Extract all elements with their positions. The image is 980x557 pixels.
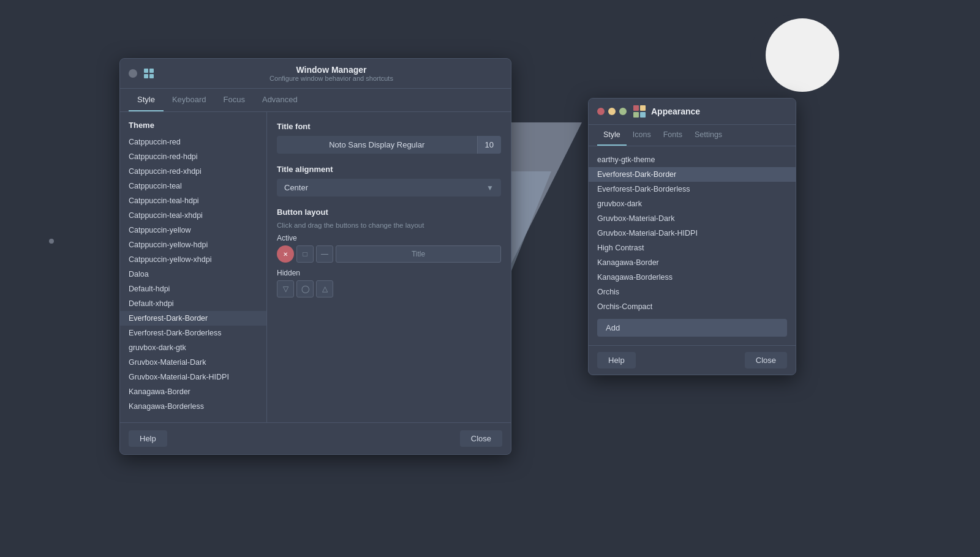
app-add-button[interactable]: Add <box>597 319 787 337</box>
traffic-yellow-button[interactable] <box>608 108 616 115</box>
list-item[interactable]: Everforest-Dark-Borderless <box>120 326 266 340</box>
svg-rect-6 <box>633 112 639 118</box>
button-layout-section: Button layout Click and drag the buttons… <box>277 207 501 297</box>
list-item-selected[interactable]: Everforest-Dark-Border <box>120 311 266 326</box>
up-icon: △ <box>322 285 328 293</box>
moon-decoration <box>766 18 839 92</box>
theme-panel: Theme Catppuccin-red Catppuccin-red-hdpi… <box>120 112 267 422</box>
maximize-button-active[interactable]: □ <box>296 245 314 263</box>
traffic-red-button[interactable] <box>597 108 605 115</box>
list-item[interactable]: Catppuccin-teal-xhdpi <box>120 208 266 223</box>
svg-rect-1 <box>149 69 154 73</box>
app-footer: Help Close <box>589 345 796 375</box>
settings-panel: Title font Noto Sans Display Regular 10 … <box>267 112 511 422</box>
title-font-label: Title font <box>277 122 501 131</box>
tab-style[interactable]: Style <box>129 89 164 111</box>
list-item[interactable]: Kanagawa-Borderless <box>120 399 266 414</box>
wm-subtitle: Configure window behavior and shortcuts <box>160 75 502 82</box>
button-layout-label: Button layout <box>277 207 501 217</box>
list-item[interactable]: Catppuccin-red-xhdpi <box>120 164 266 179</box>
list-item[interactable]: Catppuccin-yellow-xhdpi <box>120 252 266 267</box>
app-titlebar: Appearance <box>589 99 796 125</box>
list-item[interactable]: Orchis-Compact <box>589 299 796 314</box>
list-item[interactable]: Catppuccin-teal-hdpi <box>120 193 266 208</box>
wm-body: Theme Catppuccin-red Catppuccin-red-hdpi… <box>120 112 511 422</box>
active-buttons-row: ✕ □ — Title <box>277 245 501 263</box>
tab-advanced[interactable]: Advanced <box>254 89 306 111</box>
minimize-button-active[interactable]: — <box>316 245 333 263</box>
svg-rect-5 <box>640 105 646 111</box>
list-item[interactable]: Gruvbox-Material-Dark <box>589 211 796 226</box>
x-icon: ✕ <box>283 251 288 258</box>
app-tabs: Style Icons Fonts Settings <box>589 125 796 146</box>
app-body: earthy-gtk-theme Everforest-Dark-Border … <box>589 146 796 345</box>
list-item[interactable]: Default-hdpi <box>120 282 266 296</box>
wm-footer: Help Close <box>120 422 511 454</box>
wm-close-footer-button[interactable]: Close <box>460 430 502 447</box>
svg-rect-4 <box>633 105 639 111</box>
hidden-btn-2[interactable]: ◯ <box>296 280 314 297</box>
traffic-green-button[interactable] <box>619 108 627 115</box>
theme-heading: Theme <box>120 121 266 135</box>
list-item[interactable]: Catppuccin-teal <box>120 179 266 193</box>
button-layout-desc: Click and drag the buttons to change the… <box>277 222 501 229</box>
list-item[interactable]: Kanagawa-Borderless <box>589 270 796 285</box>
svg-rect-3 <box>149 74 154 78</box>
wm-close-button[interactable] <box>129 69 137 78</box>
list-item[interactable]: Orchis <box>589 285 796 299</box>
list-item[interactable]: Everforest-Dark-Borderless <box>589 182 796 196</box>
font-row: Noto Sans Display Regular 10 <box>277 136 501 154</box>
hidden-btn-1[interactable]: ▽ <box>277 280 294 297</box>
list-item[interactable]: Kanagawa-Border <box>120 384 266 399</box>
app-icon <box>633 105 646 118</box>
list-item[interactable]: Catppuccin-red <box>120 135 266 149</box>
maximize-icon: □ <box>303 250 307 258</box>
hidden-buttons-row: ▽ ◯ △ <box>277 280 501 297</box>
tab-keyboard[interactable]: Keyboard <box>164 89 215 111</box>
wm-help-button[interactable]: Help <box>129 430 167 447</box>
app-title: Appearance <box>651 107 700 116</box>
theme-list: Catppuccin-red Catppuccin-red-hdpi Catpp… <box>120 135 266 414</box>
app-tab-style[interactable]: Style <box>597 125 627 146</box>
app-help-button[interactable]: Help <box>597 352 636 368</box>
svg-rect-0 <box>144 69 148 73</box>
app-tab-settings[interactable]: Settings <box>688 125 728 146</box>
list-item[interactable]: Gruvbox-Material-Dark <box>120 355 266 370</box>
list-item[interactable]: earthy-gtk-theme <box>589 152 796 167</box>
align-value: Center <box>284 183 486 192</box>
list-item[interactable]: Gruvbox-Material-Dark-HIDPI <box>589 226 796 241</box>
minimize-icon: — <box>321 250 328 258</box>
list-item[interactable]: Catppuccin-yellow-hdpi <box>120 237 266 252</box>
font-size: 10 <box>477 136 501 154</box>
down-icon: ▽ <box>283 285 288 293</box>
list-item[interactable]: gruvbox-dark <box>589 196 796 211</box>
list-item[interactable]: Kanagawa-Border <box>589 255 796 270</box>
align-select[interactable]: Center ▼ <box>277 179 501 196</box>
wm-titlebar: Window Manager Configure window behavior… <box>120 59 511 89</box>
close-button-active[interactable]: ✕ <box>277 245 294 263</box>
list-item[interactable]: Default-xhdpi <box>120 296 266 311</box>
app-tab-fonts[interactable]: Fonts <box>657 125 688 146</box>
list-item[interactable]: Catppuccin-red-hdpi <box>120 149 266 164</box>
circle-icon: ◯ <box>301 285 309 293</box>
list-item[interactable]: Gruvbox-Material-Dark-HIDPI <box>120 370 266 384</box>
wm-title-group: Window Manager Configure window behavior… <box>160 65 502 82</box>
app-tab-icons[interactable]: Icons <box>627 125 657 146</box>
hidden-btn-3[interactable]: △ <box>316 280 333 297</box>
title-align-label: Title alignment <box>277 165 501 174</box>
title-spacer: Title <box>336 245 501 263</box>
app-close-button[interactable]: Close <box>745 352 787 368</box>
bg-dot <box>49 239 54 244</box>
font-name: Noto Sans Display Regular <box>277 136 477 154</box>
list-item[interactable]: High Contrast <box>589 241 796 255</box>
list-item-selected[interactable]: Everforest-Dark-Border <box>589 167 796 182</box>
wm-title: Window Manager <box>160 65 502 75</box>
list-item[interactable]: Catppuccin-yellow <box>120 223 266 237</box>
tab-focus[interactable]: Focus <box>215 89 254 111</box>
app-theme-list: earthy-gtk-theme Everforest-Dark-Border … <box>589 152 796 314</box>
title-align-section: Title alignment Center ▼ <box>277 165 501 196</box>
list-item[interactable]: Daloa <box>120 267 266 282</box>
list-item[interactable]: gruvbox-dark-gtk <box>120 340 266 355</box>
svg-rect-2 <box>144 74 148 78</box>
active-label: Active <box>277 234 501 242</box>
